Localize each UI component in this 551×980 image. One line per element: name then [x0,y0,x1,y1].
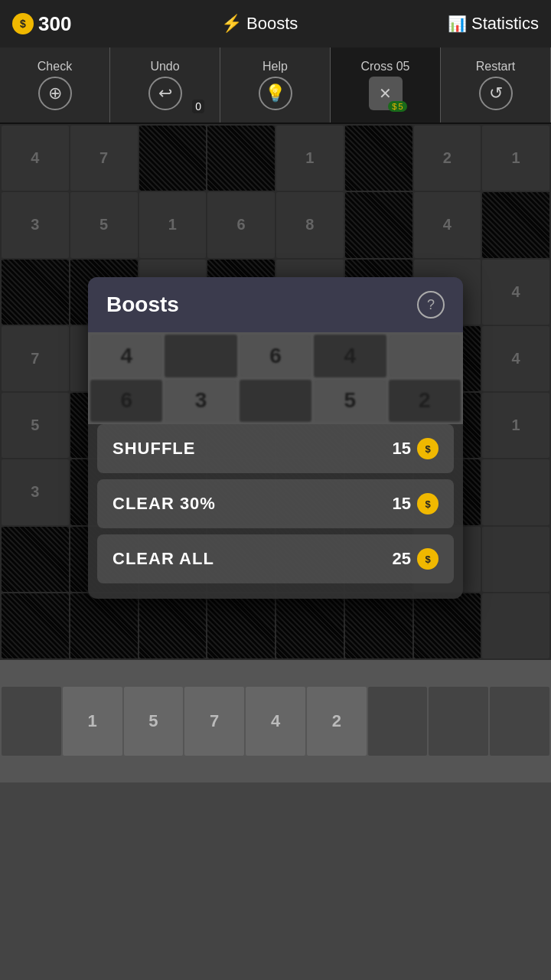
modal-bg-cell: 4 [314,335,386,377]
cost-coin-icon: $ [417,438,439,459]
coins-amount: 300 [38,12,71,36]
modal-header: Boosts ? [88,277,463,332]
boosts-nav[interactable]: ⚡ Boosts [221,14,298,34]
boost-row-0[interactable]: SHUFFLE15$ [97,424,454,473]
undo-count: 0 [192,100,204,113]
bottom-cell[interactable]: 7 [184,687,244,756]
modal-background: 4646352 [88,332,463,424]
top-bar: $ 300 ⚡ Boosts 📊 Statistics [0,0,551,47]
help-button[interactable]: Help 💡 [220,47,331,122]
boost-cost: 15$ [393,493,439,514]
cross-label: Cross 05 [360,60,409,74]
boost-cost-number: 25 [393,549,411,569]
bottom-cell[interactable]: 2 [307,687,367,756]
modal-bg-cell [389,335,461,377]
statistics-nav[interactable]: 📊 Statistics [448,14,539,34]
bottom-cell[interactable] [429,687,488,756]
boost-row-1[interactable]: CLEAR 30%15$ [97,479,454,528]
restart-label: Restart [476,60,516,74]
cost-coin-icon: $ [417,493,439,514]
cross-cost-badge: $ 5 [388,101,406,112]
bottom-cell[interactable] [490,687,549,756]
modal-body: SHUFFLE15$CLEAR 30%15$CLEAR ALL25$ [88,424,463,599]
bottom-cell[interactable] [2,687,61,756]
game-area: 4712135168454247131545132 Boosts ? 46463… [0,124,551,660]
check-icon: ⊕ [38,77,72,110]
boost-label: CLEAR ALL [112,549,214,569]
modal-bg-cell: 6 [90,380,162,423]
bolt-icon: ⚡ [221,14,242,34]
boost-label: SHUFFLE [112,439,195,459]
restart-button[interactable]: Restart ↺ [441,47,551,122]
nav-bar: Check ⊕ Undo ↩ 0 Help 💡 Cross 05 ✕ $ 5 R… [0,47,551,124]
cross-button[interactable]: Cross 05 ✕ $ 5 [331,47,441,122]
boosts-nav-label: Boosts [246,14,298,34]
boost-cost: 25$ [393,548,439,570]
modal-bg-cell: 6 [240,335,311,377]
cross-cost-coin: $ [392,102,396,111]
boost-row-2[interactable]: CLEAR ALL25$ [97,534,454,583]
modal-help-button[interactable]: ? [417,291,445,318]
modal-title: Boosts [106,292,179,317]
modal-bg-cell: 5 [314,380,386,423]
boost-cost-number: 15 [393,494,411,514]
modal-bg-cell: 3 [165,380,236,423]
bottom-cell[interactable] [368,687,428,756]
modal-bg-cell [165,335,236,377]
boost-cost: 15$ [393,438,439,459]
coins-display: $ 300 [12,12,71,36]
undo-button[interactable]: Undo ↩ 0 [110,47,220,122]
modal-bg-grid: 4646352 [88,332,463,424]
modal-bg-cell: 4 [90,335,162,377]
boosts-modal: Boosts ? 4646352 SHUFFLE15$CLEAR 30%15$C… [88,277,463,599]
boost-label: CLEAR 30% [112,494,216,514]
bottom-cell[interactable]: 1 [63,687,122,756]
undo-icon: ↩ [148,77,182,110]
modal-bg-cell: 2 [389,380,461,423]
bottom-cell[interactable]: 5 [124,687,184,756]
cross-icon: ✕ $ 5 [369,77,403,110]
restart-icon: ↺ [479,77,513,110]
coin-icon: $ [12,13,34,34]
undo-label: Undo [150,60,179,74]
modal-help-icon: ? [427,297,435,313]
modal-bg-cell [240,380,311,423]
help-label: Help [262,60,288,74]
help-icon: 💡 [259,77,292,110]
cost-coin-icon: $ [417,548,439,570]
bottom-area: 15742 [0,660,551,782]
cross-cost-amount: 5 [398,102,403,111]
bottom-cell[interactable]: 4 [246,687,305,756]
statistics-label: Statistics [471,14,539,34]
check-label: Check [37,60,72,74]
check-button[interactable]: Check ⊕ [0,47,110,122]
stats-icon: 📊 [448,15,467,33]
modal-overlay[interactable]: Boosts ? 4646352 SHUFFLE15$CLEAR 30%15$C… [0,124,551,660]
boost-cost-number: 15 [393,439,411,459]
